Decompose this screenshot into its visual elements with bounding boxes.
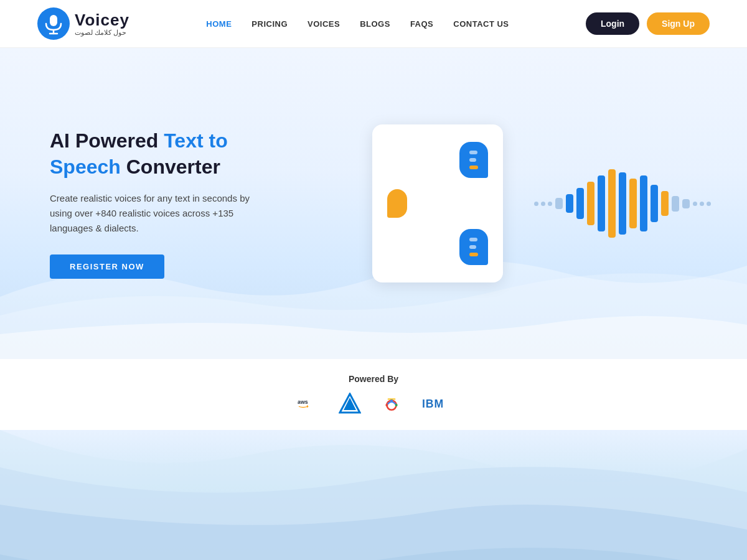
azure-logo	[339, 393, 361, 415]
svg-point-10	[395, 404, 397, 406]
svg-text:IBM: IBM	[422, 398, 444, 410]
signup-button[interactable]: Sign Up	[647, 12, 710, 35]
wave-bar	[629, 179, 637, 228]
wave-bar	[587, 182, 594, 225]
wave-dot	[700, 202, 704, 206]
wave-bar	[661, 191, 669, 216]
svg-rect-12	[388, 399, 396, 400]
nav-pricing[interactable]: PRICING	[251, 19, 288, 29]
hero-illustrations	[336, 48, 747, 359]
waveform-bars	[555, 169, 690, 238]
nav-faqs[interactable]: FAQS	[410, 19, 433, 29]
logo-arabic: حول كلامك لصوت	[75, 29, 129, 36]
wave-bar	[619, 172, 626, 235]
svg-rect-1	[50, 15, 57, 26]
svg-point-9	[385, 404, 388, 406]
hero-content: AI Powered Text to Speech Converter Crea…	[0, 91, 324, 316]
logo-text: Voicey حول كلامك لصوت	[75, 12, 129, 36]
bubble-line	[469, 238, 477, 241]
wave-dot	[548, 202, 552, 206]
powered-logos: aws IBM	[298, 393, 449, 415]
ibm-icon: IBM	[422, 397, 449, 411]
hero-section: AI Powered Text to Speech Converter Crea…	[0, 48, 747, 359]
hero-subtitle: Create realistic voices for any text in …	[50, 191, 274, 236]
bubble-line	[469, 245, 476, 249]
main-nav: HOME PRICING VOICES BLOGS FAQS CONTACT U…	[206, 19, 509, 29]
svg-text:aws: aws	[298, 399, 308, 405]
login-button[interactable]: Login	[586, 12, 639, 35]
bubble-dot	[469, 166, 478, 169]
wave-bar	[651, 185, 658, 222]
chat-bubble-blue-2	[459, 229, 488, 265]
chat-bubble-orange	[387, 189, 407, 218]
powered-section: Powered By aws	[0, 359, 747, 430]
google-cloud-icon	[380, 395, 403, 413]
wave-bar	[672, 196, 679, 212]
hero-title-suffix: Converter	[121, 156, 220, 178]
lower-wave	[0, 430, 747, 560]
ibm-logo: IBM	[422, 397, 449, 411]
register-button[interactable]: REGISTER NOW	[50, 254, 164, 279]
header-buttons: Login Sign Up	[586, 12, 710, 35]
bubble-line	[469, 151, 477, 154]
bubble-line	[469, 158, 476, 162]
powered-title: Powered By	[349, 374, 398, 384]
wave-dot	[541, 202, 545, 206]
nav-voices[interactable]: VOICES	[308, 19, 340, 29]
azure-icon	[339, 393, 361, 415]
logo-area: Voicey حول كلامك لصوت	[37, 7, 129, 40]
aws-icon: aws	[298, 397, 320, 411]
hero-title: AI Powered Text to Speech Converter	[50, 128, 274, 180]
nav-home[interactable]: HOME	[206, 19, 232, 29]
google-cloud-logo	[380, 395, 403, 413]
logo-icon	[37, 7, 70, 40]
wave-dots-right	[693, 202, 711, 206]
chat-bubble-blue-1	[459, 142, 488, 178]
wave-bar	[555, 198, 563, 209]
wave-dot	[534, 202, 538, 206]
wave-dot	[707, 202, 711, 206]
svg-marker-5	[307, 405, 308, 408]
header: Voicey حول كلامك لصوت HOME PRICING VOICE…	[0, 0, 747, 48]
waveform	[534, 169, 711, 238]
aws-logo: aws	[298, 397, 320, 411]
logo-name: Voicey	[75, 12, 129, 28]
wave-bar	[608, 169, 616, 238]
wave-bar	[640, 175, 647, 231]
lower-section	[0, 430, 747, 560]
bubble-dot	[469, 253, 478, 256]
nav-blogs[interactable]: BLOGS	[360, 19, 390, 29]
wave-dots-left	[534, 202, 552, 206]
wave-bar	[682, 199, 690, 208]
wave-bar	[566, 194, 573, 213]
wave-bar	[598, 175, 605, 231]
wave-dot	[693, 202, 697, 206]
chat-card	[372, 124, 503, 282]
wave-bar	[576, 188, 584, 219]
hero-title-prefix: AI Powered	[50, 129, 164, 152]
nav-contact[interactable]: CONTACT US	[453, 19, 509, 29]
